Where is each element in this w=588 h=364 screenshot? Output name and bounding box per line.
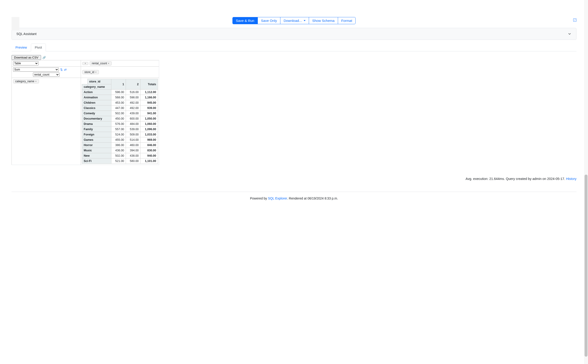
footer: Powered by SQL Explorer. Rendered at 06/… — [12, 196, 576, 205]
cell-total: 1,112.00 — [140, 90, 158, 95]
cell-value: 455.00 — [111, 137, 126, 143]
table-row: Comedy502.00439.00941.00 — [82, 111, 158, 116]
sort-cols-icon[interactable]: ⇄ — [64, 68, 67, 72]
sql-assistant-title: SQL Assistant — [16, 32, 36, 36]
renderer-select[interactable]: Table — [13, 61, 39, 65]
table-row: Documentary450.00600.001,050.00 — [82, 116, 158, 121]
cell-total: 1,096.00 — [140, 127, 158, 132]
toolbar: Save & Run Save Only Download... Show Sc… — [12, 17, 576, 24]
cell-value: 386.00 — [111, 143, 126, 148]
result-tabs: Preview Pivot — [12, 44, 576, 51]
download-dropdown-button[interactable]: Download... — [280, 17, 309, 24]
show-schema-button[interactable]: Show Schema — [309, 17, 338, 24]
sql-explorer-link[interactable]: SQL Explorer — [268, 196, 287, 200]
cell-value: 580.00 — [126, 158, 140, 164]
cell-value: 436.00 — [111, 148, 126, 153]
triangle-down-icon: ▼ — [95, 71, 97, 73]
format-button[interactable]: Format — [338, 17, 356, 24]
download-csv-button[interactable]: Download as CSV — [12, 55, 41, 60]
cell-value: 524.00 — [111, 132, 126, 137]
chevron-down-icon — [568, 32, 572, 36]
save-run-button[interactable]: Save & Run — [232, 17, 258, 24]
cell-total: 939.00 — [140, 105, 158, 111]
sort-rows-icon[interactable]: ⇅ — [60, 68, 63, 72]
table-row: Family557.00539.001,096.00 — [82, 127, 158, 132]
table-row: Horror386.00460.00846.00 — [82, 143, 158, 148]
aggregator-select[interactable]: Sum — [13, 67, 59, 72]
cell-value: 460.00 — [126, 143, 140, 148]
table-row: Classics447.00492.00939.00 — [82, 105, 158, 111]
row-header-category-name: category_name — [82, 84, 111, 90]
sql-assistant-toggle[interactable]: SQL Assistant — [12, 28, 576, 40]
cell-total: 1,101.00 — [140, 158, 158, 164]
cell-total: 969.00 — [140, 137, 158, 143]
col-header-2: 2 — [126, 79, 140, 90]
cell-total: 1,033.00 — [140, 132, 158, 137]
cell-value: 438.00 — [126, 153, 140, 158]
row-label: Games — [82, 137, 111, 143]
cell-value: 568.00 — [111, 95, 126, 100]
cell-value: 557.00 — [111, 127, 126, 132]
row-label: Horror — [82, 143, 111, 148]
history-link[interactable]: History — [566, 177, 576, 181]
cell-value: 492.00 — [126, 100, 140, 105]
cell-value: 600.00 — [126, 116, 140, 121]
row-label: Foreign — [82, 132, 111, 137]
col-attr-store-id[interactable]: store_id ▼ — [82, 70, 99, 74]
row-label: Drama — [82, 121, 111, 127]
tab-preview[interactable]: Preview — [12, 44, 31, 51]
pill-label: rental_count — [92, 62, 107, 65]
row-label: Classics — [82, 105, 111, 111]
cell-total: 830.00 — [140, 148, 158, 153]
cell-total: 846.00 — [140, 143, 158, 148]
pivot-data-table: store_id12Totalscategory_nameAction596.0… — [82, 79, 158, 164]
save-only-button[interactable]: Save Only — [258, 17, 280, 24]
table-row: Games455.00514.00969.00 — [82, 137, 158, 143]
row-label: Family — [82, 127, 111, 132]
table-row: Sci-Fi521.00580.001,101.00 — [82, 158, 158, 164]
permalink-icon[interactable]: 🔗 — [42, 56, 46, 59]
triangle-down-icon: ▼ — [108, 62, 110, 65]
cell-value: 439.00 — [126, 111, 140, 116]
cell-total: 1,050.00 — [140, 116, 158, 121]
unused-attr-pill[interactable]: ▼ — [82, 62, 88, 65]
cell-value: 502.00 — [111, 153, 126, 158]
pivot-ui: Table ▼ rental_count ▼ Sum ⇅ ⇄ — [12, 60, 159, 165]
cell-value: 502.00 — [111, 111, 126, 116]
cell-value: 596.00 — [111, 90, 126, 95]
cell-value: 509.00 — [126, 132, 140, 137]
footer-separator — [12, 192, 576, 192]
status-text: Avg. execution: 21.644ms. Query created … — [466, 177, 566, 181]
table-row: New502.00438.00940.00 — [82, 153, 158, 158]
tab-pivot[interactable]: Pivot — [31, 44, 46, 51]
cell-value: 492.00 — [126, 105, 140, 111]
row-label: Children — [82, 100, 111, 105]
unused-attr-rental-count[interactable]: rental_count ▼ — [90, 61, 112, 65]
cell-total: 945.00 — [140, 100, 158, 105]
row-attr-category-name[interactable]: category_name ▼ — [13, 79, 39, 83]
cell-value: 576.00 — [111, 121, 126, 127]
footer-post: . Rendered at 06/19/2024 8:33 p.m. — [287, 196, 338, 200]
pill-label: category_name — [15, 80, 34, 83]
cell-total: 940.00 — [140, 153, 158, 158]
fullscreen-icon[interactable] — [573, 19, 576, 22]
table-row: Music436.00394.00830.00 — [82, 148, 158, 153]
triangle-down-icon: ▼ — [35, 80, 37, 83]
col-header-store-id: store_id — [87, 79, 111, 84]
table-row: Animation568.00598.001,166.00 — [82, 95, 158, 100]
chevron-down-icon — [304, 20, 305, 21]
cell-value: 598.00 — [126, 95, 140, 100]
row-label: Documentary — [82, 116, 111, 121]
table-row: Children453.00492.00945.00 — [82, 100, 158, 105]
cell-value: 394.00 — [126, 148, 140, 153]
row-label: Comedy — [82, 111, 111, 116]
row-label: New — [82, 153, 111, 158]
cell-total: 941.00 — [140, 111, 158, 116]
cell-value: 514.00 — [126, 137, 140, 143]
vals-select[interactable]: rental_count — [33, 72, 59, 77]
table-row: Drama576.00484.001,060.00 — [82, 121, 158, 127]
cell-value: 539.00 — [126, 127, 140, 132]
row-label: Action — [82, 90, 111, 95]
row-label: Sci-Fi — [82, 158, 111, 164]
pivot-scroll-container[interactable]: Table ▼ rental_count ▼ Sum ⇅ ⇄ — [12, 60, 306, 174]
